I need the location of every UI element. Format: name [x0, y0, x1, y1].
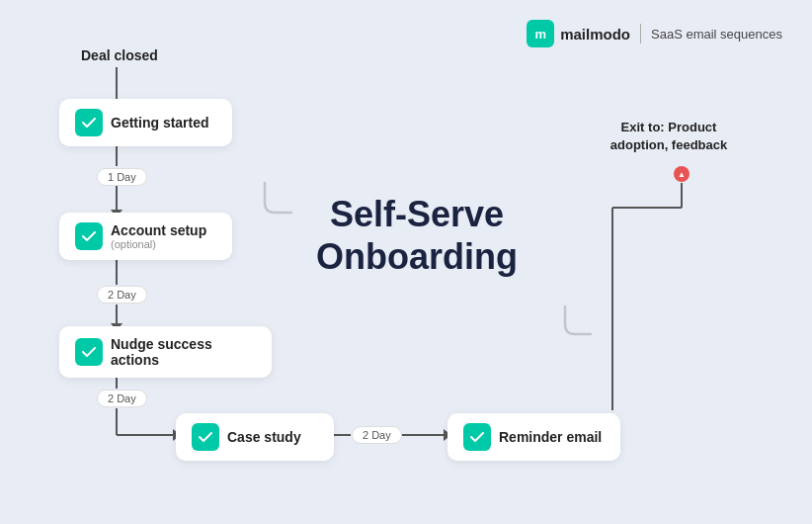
- case-study-icon: [192, 423, 219, 451]
- canvas: m mailmodo SaaS email sequences Deal clo…: [0, 0, 812, 524]
- account-setup-label: Account setup: [111, 222, 206, 238]
- exit-arrow-dot: [674, 166, 690, 182]
- center-title: Self-Serve Onboarding: [316, 193, 518, 278]
- account-setup-sublabel: (optional): [111, 238, 206, 250]
- mailmodo-logo: m mailmodo: [527, 20, 630, 47]
- node-getting-started: Getting started: [59, 99, 232, 146]
- header-divider: [640, 24, 641, 44]
- delay-badge-2day-1: 2 Day: [97, 286, 147, 304]
- node-reminder-email: Reminder email: [447, 413, 620, 461]
- logo-icon: m: [527, 20, 554, 47]
- center-title-line1: Self-Serve: [330, 194, 504, 234]
- nudge-success-label: Nudge success actions: [111, 336, 256, 368]
- node-case-study: Case study: [176, 413, 334, 461]
- exit-label: Exit to: Product adoption, feedback: [605, 119, 733, 154]
- delay-badge-2day-2: 2 Day: [97, 390, 147, 407]
- deal-closed-label: Deal closed: [81, 47, 158, 63]
- nudge-success-icon: [75, 338, 103, 366]
- node-account-setup: Account setup (optional): [59, 213, 232, 260]
- account-setup-icon: [75, 222, 103, 250]
- reminder-email-icon: [463, 423, 491, 451]
- delay-badge-1day: 1 Day: [97, 168, 147, 186]
- center-title-line2: Onboarding: [316, 236, 518, 277]
- header: m mailmodo SaaS email sequences: [527, 20, 782, 47]
- node-nudge-success: Nudge success actions: [59, 326, 272, 378]
- getting-started-label: Getting started: [111, 115, 209, 131]
- logo-text: mailmodo: [560, 26, 630, 43]
- getting-started-icon: [75, 109, 103, 136]
- case-study-label: Case study: [227, 429, 301, 445]
- delay-badge-2day-3: 2 Day: [352, 426, 402, 444]
- saas-label: SaaS email sequences: [651, 27, 782, 42]
- reminder-email-label: Reminder email: [499, 429, 602, 445]
